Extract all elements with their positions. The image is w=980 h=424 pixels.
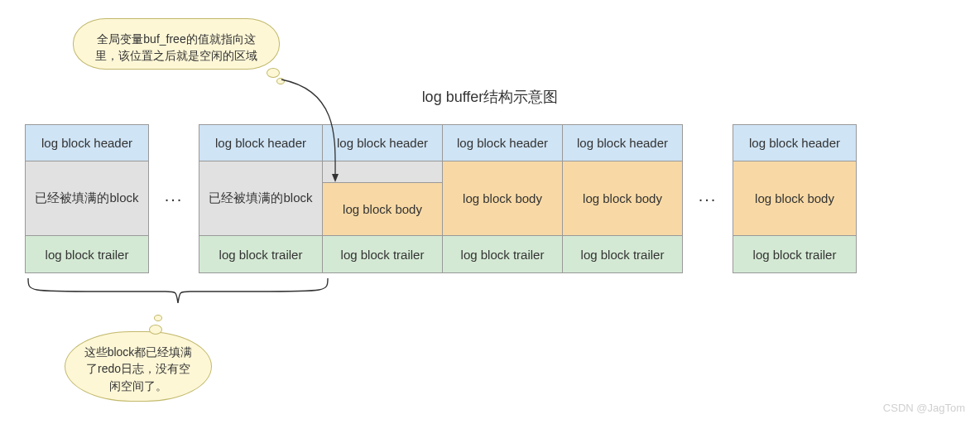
log-block-free: log block header log block body log bloc… xyxy=(443,124,563,273)
log-block-body: log block body xyxy=(563,161,683,236)
callout-tail-icon xyxy=(149,325,162,335)
log-block-trailer: log block trailer xyxy=(25,236,149,273)
free-block-group-right: log block header log block body log bloc… xyxy=(733,124,857,273)
callout-tail-icon xyxy=(276,78,285,84)
diagram-row: log block header 已经被填满的block log block t… xyxy=(25,124,955,273)
log-block-body: log block body xyxy=(733,161,857,236)
callout-filled-blocks: 这些block都已经填满了redo日志，没有空闲空间了。 xyxy=(65,331,212,402)
log-block-free: log block header log block body log bloc… xyxy=(733,124,857,273)
log-block-trailer: log block trailer xyxy=(563,236,683,273)
log-block-body-filled: 已经被填满的block xyxy=(199,161,323,236)
log-block-header: log block header xyxy=(25,124,149,161)
diagram-title: log buffer结构示意图 xyxy=(0,87,980,107)
callout-tail-icon xyxy=(154,315,162,321)
log-block-filled: log block header 已经被填满的block log block t… xyxy=(25,124,149,273)
log-block-trailer: log block trailer xyxy=(443,236,563,273)
log-block-header: log block header xyxy=(323,124,443,161)
log-block-free: log block header log block body log bloc… xyxy=(563,124,683,273)
log-block-body-used-portion xyxy=(323,161,443,183)
callout-buf-free: 全局变量buf_free的值就指向这里，该位置之后就是空闲的区域 xyxy=(73,18,280,70)
log-block-header: log block header xyxy=(443,124,563,161)
brace-icon xyxy=(25,275,331,308)
log-block-filled: log block header 已经被填满的block log block t… xyxy=(199,124,323,273)
log-block-header: log block header xyxy=(199,124,323,161)
log-block-partial: log block header log block body log bloc… xyxy=(323,124,443,273)
watermark: CSDN @JagTom xyxy=(883,402,965,414)
log-block-body-free-portion: log block body xyxy=(323,183,443,236)
filled-block-group-left: log block header 已经被填满的block log block t… xyxy=(25,124,149,273)
log-block-trailer: log block trailer xyxy=(199,236,323,273)
log-block-body: log block body xyxy=(443,161,563,236)
middle-block-group: log block header 已经被填满的block log block t… xyxy=(199,124,683,273)
log-block-body-filled: 已经被填满的block xyxy=(25,161,149,236)
ellipsis-right: ··· xyxy=(683,190,733,209)
log-block-header: log block header xyxy=(563,124,683,161)
log-block-trailer: log block trailer xyxy=(323,236,443,273)
log-block-trailer: log block trailer xyxy=(733,236,857,273)
callout-tail-icon xyxy=(267,68,280,78)
log-block-header: log block header xyxy=(733,124,857,161)
ellipsis-left: ··· xyxy=(149,190,199,209)
